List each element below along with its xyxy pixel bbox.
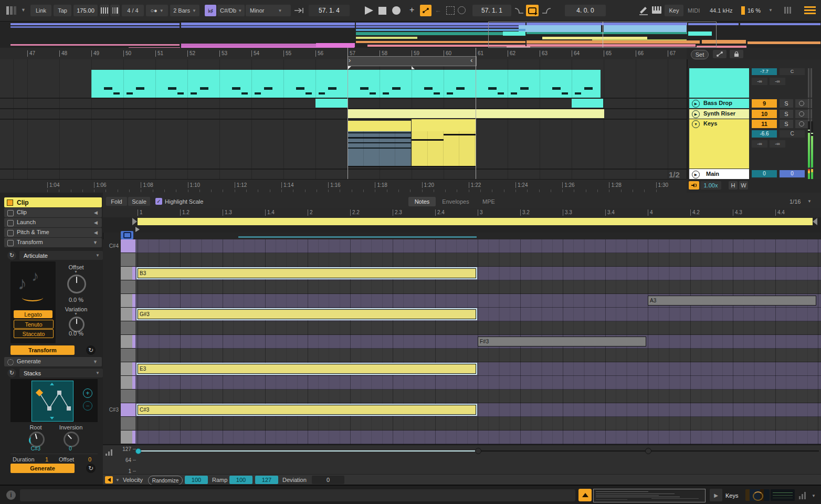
arrangement-position-field[interactable]: 57. 1. 4: [309, 5, 350, 16]
piano-key-fs3[interactable]: [121, 335, 135, 349]
loop-end-handle[interactable]: [813, 218, 817, 225]
main-pan-field[interactable]: 0: [780, 170, 805, 177]
inversion-knob[interactable]: [64, 432, 79, 447]
loop-start-field[interactable]: 57. 1. 1: [472, 5, 511, 16]
stacks-add-button[interactable]: +: [83, 388, 92, 398]
track-header-main[interactable]: ▶Main: [689, 169, 749, 179]
track-number-field[interactable]: 11: [752, 120, 777, 128]
stacks-visualizer[interactable]: [31, 381, 73, 422]
generate-section-header[interactable]: Generate ▼: [4, 357, 102, 366]
midi-note[interactable]: E3: [138, 364, 476, 374]
staccato-button[interactable]: Staccato: [14, 329, 54, 338]
stop-button[interactable]: [378, 7, 386, 15]
set-locators-button[interactable]: Set: [691, 50, 709, 59]
note-row-f3[interactable]: [135, 349, 821, 362]
arrangement-clip[interactable]: [476, 109, 604, 118]
generate-tool-dropdown[interactable]: Stacks ▼: [19, 369, 103, 377]
track-send-a[interactable]: -∞: [752, 78, 767, 85]
lane-caret-icon[interactable]: ▼: [115, 478, 120, 482]
piano-key-c4[interactable]: [121, 253, 135, 267]
arrangement-bar-ruler[interactable]: 4748495051525354555657585960616263646566…: [0, 48, 687, 59]
track-number-field[interactable]: 9: [752, 99, 777, 108]
loop-switch[interactable]: [526, 5, 539, 16]
arrangement-clip-keys[interactable]: [412, 119, 476, 131]
punch-out-icon[interactable]: [542, 7, 551, 14]
legato-button[interactable]: Legato: [14, 310, 52, 318]
ramp-to-field[interactable]: 127: [255, 476, 278, 484]
audition-speed-icon[interactable]: [689, 181, 699, 190]
note-row-as3[interactable]: [135, 280, 821, 294]
record-button[interactable]: [392, 6, 401, 15]
detail-view-toggle[interactable]: [578, 489, 592, 501]
midi-note[interactable]: C#3: [138, 405, 476, 415]
track-header-synth-riser[interactable]: ▶Synth Riser: [689, 109, 749, 119]
lane-fold-button[interactable]: [105, 476, 113, 484]
panel-section-pitch-time[interactable]: Pitch & Time◀: [4, 228, 102, 237]
note-row-c4[interactable]: [135, 253, 821, 267]
note-row-d3[interactable]: [135, 390, 821, 403]
arrangement-loop-brace[interactable]: [348, 56, 477, 66]
track-pan-field[interactable]: C: [780, 68, 805, 75]
clip-loop-bar-track[interactable]: [103, 217, 821, 226]
piano-roll[interactable]: C#4C#3B3G#3E3C#3F#3A3: [103, 239, 821, 444]
inversion-value[interactable]: 0: [58, 446, 83, 452]
track-activator-icon[interactable]: ▶: [692, 100, 700, 108]
section-collapse-caret[interactable]: ▼: [93, 240, 98, 245]
section-collapse-caret[interactable]: ◀: [94, 220, 98, 225]
piano-key-gs3[interactable]: [121, 308, 135, 321]
velocity-lane[interactable]: 127641: [103, 444, 821, 475]
height-zoom-button[interactable]: H: [729, 181, 738, 190]
draw-mode-icon[interactable]: [638, 6, 649, 15]
midi-editor-beat-ruler[interactable]: 11.21.31.422.22.32.433.23.33.444.24.34.4: [103, 208, 821, 217]
link-markers-icon[interactable]: [713, 50, 727, 58]
main-volume-field[interactable]: 0: [752, 170, 777, 177]
track-send-b[interactable]: -∞: [770, 78, 785, 85]
editor-scrub-area[interactable]: [103, 226, 821, 233]
articulate-reset-icon[interactable]: ↻: [7, 251, 16, 260]
scale-root-menu[interactable]: C#/Db▼: [217, 5, 245, 16]
playback-speed-field[interactable]: 1.00x: [700, 181, 721, 190]
key-map-button[interactable]: Key: [665, 5, 683, 16]
piano-key-a3[interactable]: [121, 294, 135, 308]
arrangement-clip[interactable]: [315, 99, 348, 108]
piano-key-d3[interactable]: [121, 390, 135, 403]
computer-midi-keyboard-icon[interactable]: [652, 6, 661, 14]
grid-setting[interactable]: 1/16: [790, 198, 801, 205]
transform-tool-dropdown[interactable]: Articulate ▼: [19, 251, 103, 260]
panel-section-launch[interactable]: Launch◀: [4, 218, 102, 227]
track-solo-button[interactable]: S: [780, 110, 793, 118]
tap-tempo-button[interactable]: Tap: [54, 5, 71, 16]
generate-apply-button[interactable]: Generate: [10, 464, 75, 473]
loop-start-handle[interactable]: [132, 218, 137, 225]
generate-offset-value[interactable]: 0: [88, 456, 91, 463]
loop-length-field[interactable]: 4. 0. 0: [565, 5, 606, 16]
track-arm-button[interactable]: [795, 120, 808, 128]
cpu-meter[interactable]: 16 % ▼: [741, 6, 778, 15]
midi-note[interactable]: A3: [648, 296, 816, 306]
tempo-field[interactable]: 175.00: [73, 5, 98, 16]
track-volume-field[interactable]: -6.6: [752, 130, 777, 138]
deviation-field[interactable]: 0: [312, 476, 344, 484]
note-row-cs4[interactable]: [135, 239, 821, 253]
scale-mode-icon[interactable]: ♭♯: [205, 5, 216, 16]
play-button[interactable]: [365, 6, 373, 15]
piano-key-cs3[interactable]: [121, 403, 135, 417]
arrangement-time-ruler[interactable]: 1:041:061:081:101:121:141:161:181:201:22…: [0, 179, 687, 193]
note-row-ds3[interactable]: [135, 376, 821, 390]
piano-key-c3[interactable]: [121, 417, 135, 430]
section-collapse-caret[interactable]: ◀: [94, 230, 98, 235]
draw-mode-box-icon[interactable]: [446, 6, 455, 15]
tab-envelopes[interactable]: Envelopes: [437, 197, 475, 206]
track-activator-icon[interactable]: ▶: [692, 171, 700, 178]
piano-key-g3[interactable]: [121, 321, 135, 335]
track-pan-field[interactable]: C: [780, 130, 805, 138]
window-layout-icon[interactable]: [6, 6, 18, 15]
midi-note[interactable]: B3: [138, 268, 476, 278]
device-thumbnail-2[interactable]: [771, 489, 795, 501]
piano-key-ds3[interactable]: [121, 376, 135, 390]
root-knob[interactable]: [29, 432, 45, 447]
clip-loop-toggle[interactable]: [121, 231, 133, 239]
arrangement-clip[interactable]: [348, 109, 476, 118]
piano-key-b3[interactable]: [121, 267, 135, 280]
arrangement-clip-keys[interactable]: [348, 121, 411, 131]
